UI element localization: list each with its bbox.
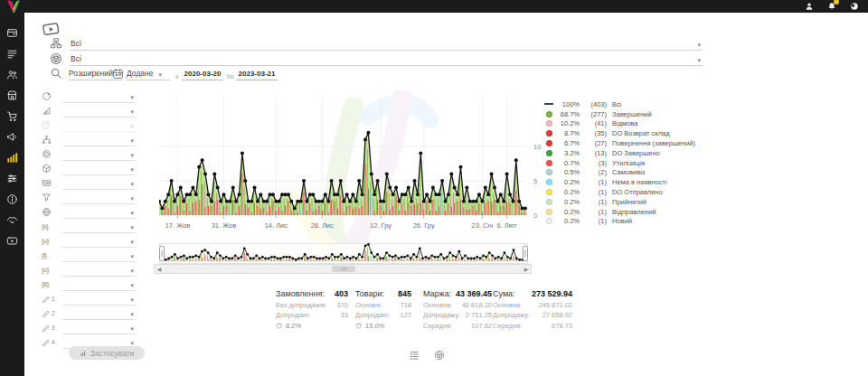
chevron-down-icon: ▾ bbox=[130, 108, 134, 115]
filter-select-identifier[interactable]: ▾ bbox=[62, 148, 136, 161]
svg-text:14. Лис: 14. Лис bbox=[265, 221, 288, 230]
filter-select-help[interactable]: ▾ bbox=[62, 119, 136, 132]
product-filter-select[interactable]: Всі ▾ bbox=[50, 52, 703, 66]
filter-select-funnel[interactable]: ▾ bbox=[62, 192, 136, 204]
filter-select-var-o[interactable]: ▾ bbox=[62, 264, 136, 277]
chevron-down-icon: ▾ bbox=[130, 268, 134, 274]
legend-item[interactable]: 8.7%(35)DO Возврат склад bbox=[543, 128, 706, 138]
chevron-down-icon: ▾ bbox=[130, 94, 134, 100]
legend-item[interactable]: 3.2%(13)DO Завершено bbox=[543, 148, 706, 158]
filter-row-var-8: {8}▾ bbox=[42, 277, 136, 291]
legend-label: Нема в наявності bbox=[612, 178, 667, 186]
legend-label: DO Возврат склад bbox=[612, 129, 670, 137]
legend-item[interactable]: 0.5%(2)Самовивіз bbox=[543, 168, 706, 178]
bell-icon[interactable] bbox=[826, 1, 836, 11]
scroll-left-icon[interactable]: ◀ bbox=[155, 265, 164, 273]
filter-select-custom-2[interactable]: ▾ bbox=[62, 307, 136, 320]
legend-count: (13) bbox=[580, 149, 607, 157]
report-products-icon[interactable] bbox=[434, 348, 445, 359]
sidebar-item-purchases[interactable] bbox=[6, 111, 19, 123]
legend-item[interactable]: 0.2%(1)Прийнятий bbox=[543, 197, 706, 207]
legend-count: (2) bbox=[580, 168, 607, 176]
brush-handle-right bbox=[524, 246, 528, 261]
sidebar-item-store[interactable] bbox=[6, 90, 19, 102]
structure-icon bbox=[42, 134, 55, 146]
filter-select-region[interactable]: ▾ bbox=[62, 206, 136, 219]
legend-item[interactable]: 0.2%(1)Відправлений bbox=[543, 207, 706, 217]
filter-select-custom-3[interactable]: ▾ bbox=[62, 322, 136, 334]
legend-label: Утилізація bbox=[612, 159, 645, 167]
date-field-value: Додане bbox=[127, 69, 154, 78]
sidebar-item-analytics[interactable] bbox=[6, 153, 19, 164]
legend-item[interactable]: 0.2%(1)DO Отправлено bbox=[543, 187, 706, 197]
orders-line-chart[interactable]: 17. Жов31. Жов14. Лис28. Лис12. Гру26. Г… bbox=[159, 90, 548, 231]
chart-scrollbar[interactable]: ◀ ▶ bbox=[154, 264, 532, 274]
legend-item[interactable]: 6.7%(27)Повернення (завершений) bbox=[543, 138, 706, 148]
var-o-icon: {o} bbox=[42, 264, 55, 276]
filter-select-payment[interactable]: ▾ bbox=[62, 177, 136, 190]
stat-column: Товари:845Основні:718Допродані:12715.0% bbox=[355, 289, 411, 331]
filter-select-status[interactable]: ▾ bbox=[62, 90, 136, 103]
filter-row-var-t: {t}▾ bbox=[42, 249, 136, 262]
scroll-right-icon[interactable]: ▶ bbox=[522, 265, 531, 273]
filter-select-var-s[interactable]: ▾ bbox=[62, 221, 136, 233]
user-icon[interactable] bbox=[804, 1, 814, 11]
report-list-icon[interactable] bbox=[409, 348, 420, 359]
sidebar-item-orders[interactable] bbox=[6, 49, 19, 61]
filter-select-product[interactable]: ▾ bbox=[62, 163, 136, 175]
chevron-down-icon: ▾ bbox=[130, 123, 134, 129]
analytics-page: Всі ▾ Всі ▾ Розширений▾ Додане▾ з 2020-0… bbox=[0, 0, 868, 376]
legend-item[interactable]: 0.2%(1)Нема в наявності bbox=[543, 177, 706, 187]
sidebar-item-partners[interactable] bbox=[6, 215, 19, 227]
filter-row-custom-1: 1▾ bbox=[42, 292, 136, 306]
filter-row-var-u: {u}▾ bbox=[42, 234, 136, 248]
sidebar-item-dashboard[interactable] bbox=[6, 28, 19, 40]
filter-select-var-t[interactable]: ▾ bbox=[62, 249, 136, 262]
bar-chart-icon bbox=[80, 350, 87, 357]
sidebar-item-integrations[interactable] bbox=[6, 174, 19, 185]
upsell-percent: 15.0% bbox=[355, 322, 411, 331]
apply-button[interactable]: Застосувати bbox=[69, 346, 145, 360]
sidebar bbox=[0, 0, 24, 376]
chevron-down-icon: ▾ bbox=[130, 137, 134, 144]
legend-count: (1) bbox=[580, 217, 607, 225]
video-tutorial-icon[interactable] bbox=[41, 18, 62, 36]
legend-item[interactable]: 0.2%(1)Новий bbox=[543, 217, 706, 227]
analytics-icon bbox=[6, 151, 18, 167]
legend-swatch bbox=[543, 189, 554, 195]
filter-row-var-s: {s}▾ bbox=[42, 220, 136, 233]
legend-count: (1) bbox=[580, 198, 607, 206]
filter-select-measure[interactable]: ▾ bbox=[62, 105, 136, 118]
legend-item[interactable]: 10.2%(41)Відмова bbox=[543, 119, 706, 129]
calendar-icon bbox=[112, 67, 125, 80]
sidebar-item-info[interactable] bbox=[6, 194, 19, 206]
svg-text:0: 0 bbox=[533, 212, 537, 220]
chart-brush-minimap[interactable] bbox=[159, 243, 530, 264]
filter-select-structure[interactable]: ▾ bbox=[62, 134, 136, 146]
legend-label: Новий bbox=[612, 217, 632, 225]
legend-item[interactable]: 100%(403)Всі bbox=[543, 99, 706, 109]
filter-select-var-8[interactable]: ▾ bbox=[62, 278, 136, 291]
date-from-input[interactable]: 2020-03-20 bbox=[182, 67, 223, 80]
avatar-icon[interactable] bbox=[849, 1, 859, 11]
sidebar-item-clients[interactable] bbox=[6, 70, 19, 81]
sidebar-item-marketing[interactable] bbox=[6, 132, 19, 144]
date-field-select[interactable]: Додане▾ bbox=[127, 67, 170, 80]
legend-item[interactable]: 68.7%(277)Завершений bbox=[543, 109, 706, 119]
filter-select-custom-1[interactable]: ▾ bbox=[62, 293, 136, 306]
legend-percent: 0.5% bbox=[554, 168, 580, 176]
chevron-down-icon: ▾ bbox=[130, 253, 134, 259]
legend-swatch bbox=[543, 218, 554, 224]
date-to-input[interactable]: 2023-03-21 bbox=[236, 67, 278, 80]
search-icon[interactable] bbox=[50, 67, 62, 80]
sidebar-item-tutorials[interactable] bbox=[6, 236, 19, 248]
stat-sub-row: Без допродажів:370 bbox=[276, 301, 348, 309]
svg-text:28. Лис: 28. Лис bbox=[311, 221, 335, 230]
legend-item[interactable]: 0.7%(3)Утилізація bbox=[543, 158, 706, 168]
app-logo-icon[interactable] bbox=[5, 0, 22, 14]
scrollbar-thumb[interactable] bbox=[332, 266, 355, 272]
legend-label: Завершений bbox=[612, 110, 652, 118]
funnel-source-select[interactable]: Всі ▾ bbox=[50, 36, 703, 51]
filter-select-var-u[interactable]: ▾ bbox=[62, 235, 136, 248]
svg-text:6. Лют: 6. Лют bbox=[497, 221, 518, 230]
